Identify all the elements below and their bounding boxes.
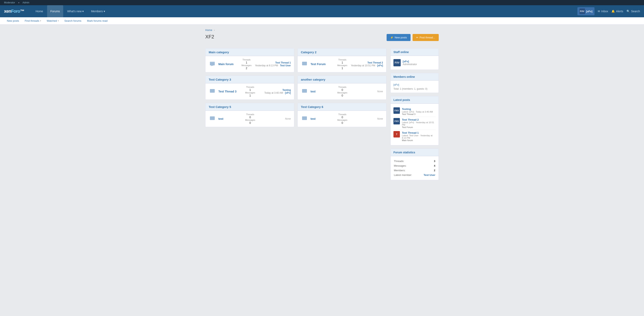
latest-user-link-cat3[interactable]: [xFv]	[285, 91, 291, 94]
category-6-link[interactable]: Test Category 6	[301, 105, 323, 109]
latest-thread-link-cat2[interactable]: Test Thread 2	[368, 61, 383, 64]
forum-name-cat3-link[interactable]: Test Thread 3	[218, 90, 236, 93]
sidebar: Staff online FXV [xFv] Administrator Mem…	[390, 48, 439, 183]
search-link[interactable]: 🔍 Search	[626, 10, 640, 13]
stat-value-messages: 4	[419, 164, 435, 168]
forum-row-another: test Threads 0 Messages 0 None	[301, 86, 383, 97]
forum-icon-main	[209, 60, 216, 68]
nav-members[interactable]: Members ▾	[88, 5, 108, 17]
latest-thread-link-cat3[interactable]: Testing	[282, 89, 291, 91]
forum-row-cat3: Test Thread 3 Threads 1 Messages 1 Testi…	[209, 86, 291, 97]
category-another-link[interactable]: another category	[301, 78, 326, 81]
svg-rect-5	[302, 116, 307, 120]
new-posts-button[interactable]: ⚡ New posts	[386, 34, 410, 41]
main-layout: Main category Main forum Threads	[205, 48, 439, 183]
latest-posts-body: FXV Testing Latest: [xFv] · Today at 3:4…	[391, 104, 438, 145]
svg-rect-2	[210, 89, 215, 93]
category-5-link[interactable]: Test Category 5	[209, 105, 231, 109]
latest-post-info-1: Testing Latest: [xFv] · Today at 3:40 AM…	[402, 107, 436, 115]
forum-info-cat2: Test Forum	[310, 62, 334, 66]
forum-info-cat5: test	[218, 117, 242, 120]
latest-post-forum-2: Test Forum	[402, 126, 436, 128]
latest-post-link-1[interactable]: Testing	[402, 108, 411, 111]
staff-name-link[interactable]: [xFv]	[403, 60, 409, 63]
members-online-block: Members online [xFv] Total: 1 (members: …	[390, 73, 439, 93]
subnav-search-forums[interactable]: Search forums	[62, 17, 84, 24]
category-6-body: test Threads 0 Messages 0 None	[298, 111, 386, 127]
lightning-icon: ⚡	[390, 36, 394, 39]
latest-post-link-2[interactable]: Test Thread 2	[402, 118, 419, 121]
latest-post-testing: FXV Testing Latest: [xFv] · Today at 3:4…	[394, 106, 436, 117]
category-2: Category 2 Test Forum Threads	[298, 48, 386, 72]
user-avatar-sm: FXV	[580, 8, 585, 14]
latest-thread-link-main[interactable]: Test Thread 1	[275, 61, 291, 64]
subnav-mark-forums-read[interactable]: Mark forums read	[84, 17, 110, 24]
forum-latest-another: None	[351, 90, 383, 93]
forum-stats-cat2: Threads 1 Messages 1	[336, 58, 348, 70]
search-icon: 🔍	[626, 10, 630, 13]
staff-online-body: FXV [xFv] Administrator	[391, 56, 438, 69]
forum-info-cat3: Test Thread 3	[218, 90, 242, 93]
category-3-body: Test Thread 3 Threads 1 Messages 1 Testi…	[206, 83, 294, 99]
category-main-body: Main forum Threads 1 Messages 2 Test Thr…	[206, 56, 294, 72]
subnav-watched[interactable]: Watched ▾	[44, 17, 62, 24]
admin-link[interactable]: Admin	[22, 1, 30, 4]
forum-icon-another	[301, 88, 308, 95]
logo: xenForo™	[4, 6, 24, 17]
category-main-link[interactable]: Main category	[209, 50, 229, 54]
breadcrumb-home[interactable]: Home	[205, 28, 212, 31]
category-main: Main category Main forum Threads	[205, 48, 294, 72]
nav-home[interactable]: Home	[32, 5, 46, 17]
category-3-link[interactable]: Test Category 3	[209, 78, 231, 81]
user-menu-button[interactable]: FXV [xFv]	[578, 7, 594, 15]
admin-bar-dropdown: ▾	[18, 1, 19, 4]
forum-content: Main category Main forum Threads	[205, 48, 386, 127]
latest-user-link-cat2[interactable]: [xFv]	[377, 64, 383, 67]
latest-post-link-3[interactable]: Test Thread 1	[402, 131, 419, 134]
forum-row-cat5: test Threads 0 Messages 0 None	[209, 113, 291, 124]
staff-item-xfv: FXV [xFv] Administrator	[394, 58, 436, 67]
header-right: FXV [xFv] ✉ Inbox 🔔 Alerts 🔍 Search	[578, 7, 640, 15]
category-2-link[interactable]: Category 2	[301, 50, 316, 54]
forum-name-another-link[interactable]: test	[310, 90, 316, 93]
forum-name-main-link[interactable]: Main forum	[218, 62, 234, 66]
latest-post-thread2: FXV Test Thread 2 Latest: [xFv] · Yester…	[394, 117, 436, 130]
moderator-link[interactable]: Moderator	[4, 1, 15, 4]
forum-info-cat6: test	[310, 117, 334, 120]
subnav-find-threads[interactable]: Find threads ▾	[22, 17, 44, 24]
latest-post-meta-2: Latest: [xFv] · Yesterday at 10:51 PM	[402, 121, 436, 126]
forum-icon-cat6	[301, 115, 308, 122]
staff-online-block: Staff online FXV [xFv] Administrator	[390, 48, 439, 70]
category-5-header: Test Category 5	[206, 103, 294, 111]
forum-stats-another: Threads 0 Messages 0	[336, 86, 348, 97]
nav-forums[interactable]: Forums	[47, 5, 63, 17]
category-3-header: Test Category 3	[206, 76, 294, 83]
nav-whats-new[interactable]: What's new ▾	[64, 5, 87, 17]
forum-name-cat6-link[interactable]: test	[310, 117, 316, 120]
member-link-xfv[interactable]: [xFv]	[394, 83, 399, 86]
category-5-body: test Threads 0 Messages 0 None	[206, 111, 294, 127]
latest-member-link[interactable]: Test User	[424, 173, 435, 177]
stat-row-latest-member: Latest member: Test User	[394, 173, 435, 177]
members-online-body: [xFv] Total: 1 (members: 1, guests: 0)	[391, 81, 438, 93]
inbox-link[interactable]: ✉ Inbox	[598, 10, 608, 13]
page-title: XF2	[205, 34, 214, 40]
stat-value-latest-member: Test User	[419, 173, 435, 177]
category-another-body: test Threads 0 Messages 0 None	[298, 83, 386, 99]
category-2-header: Category 2	[298, 48, 386, 56]
alerts-link[interactable]: 🔔 Alerts	[612, 10, 623, 13]
stat-value-threads: 3	[419, 159, 435, 163]
forum-name-cat2-link[interactable]: Test Forum	[310, 62, 326, 66]
forum-name-cat5-link[interactable]: test	[218, 117, 224, 120]
subnav-new-posts[interactable]: New posts	[4, 17, 22, 24]
category-3: Test Category 3 Test Thread 3 Threads	[205, 76, 294, 100]
forum-info-main: Main forum	[218, 62, 238, 66]
latest-post-avatar-2: FXV	[394, 118, 400, 124]
latest-user-link-main[interactable]: Test User	[280, 64, 291, 67]
latest-post-forum-3: Main forum	[402, 139, 436, 142]
post-thread-button[interactable]: ✏ Post thread...	[412, 34, 439, 41]
forum-grid: Main category Main forum Threads	[205, 48, 386, 127]
stat-label-members: Members:	[394, 168, 419, 172]
latest-post-thread1: T Test Thread 1 Latest: Test User · Yest…	[394, 130, 436, 143]
breadcrumb: Home ›	[205, 28, 439, 31]
